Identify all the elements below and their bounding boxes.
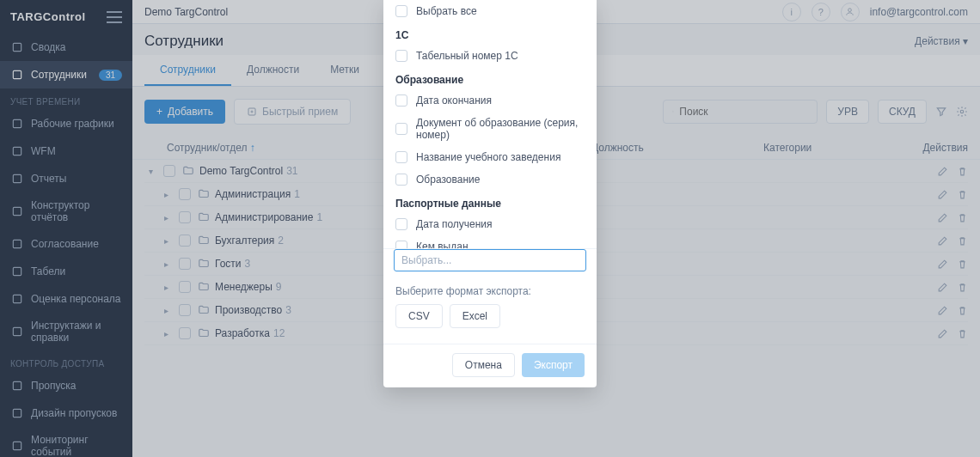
field-label: Кем выдан [416, 241, 469, 249]
field-checkbox[interactable]: Табельный номер 1С [383, 45, 597, 67]
field-group-label: 1C [383, 22, 597, 45]
select-dropdown[interactable]: Выбрать... [394, 249, 586, 271]
field-label: Табельный номер 1С [416, 50, 518, 62]
format-excel-button[interactable]: Excel [450, 304, 500, 328]
field-group-label: Паспортные данные [383, 191, 597, 213]
field-label: Дата окончания [416, 94, 492, 107]
export-modal: Выбрать все 1CТабельный номер 1СОбразова… [383, 0, 597, 387]
format-csv-button[interactable]: CSV [395, 304, 443, 328]
field-checkbox[interactable]: Дата окончания [383, 89, 597, 112]
field-checkbox[interactable]: Образование [383, 168, 597, 191]
field-label: Название учебного заведения [416, 151, 560, 163]
modal-overlay[interactable]: Выбрать все 1CТабельный номер 1СОбразова… [0, 0, 980, 457]
select-all-checkbox[interactable]: Выбрать все [383, 0, 597, 22]
field-group-label: Образование [383, 67, 597, 89]
field-checkbox[interactable]: Название учебного заведения [383, 146, 597, 168]
field-checkbox[interactable]: Дата получения [383, 213, 597, 235]
export-button[interactable]: Экспорт [522, 353, 585, 377]
field-checkbox[interactable]: Документ об образование (серия, номер) [383, 112, 597, 146]
field-checkbox[interactable]: Кем выдан [383, 235, 597, 249]
format-label: Выберите формат экспорта: [383, 278, 597, 304]
field-label: Дата получения [416, 218, 493, 230]
field-label: Документ об образование (серия, номер) [416, 117, 585, 141]
field-label: Образование [416, 174, 480, 186]
cancel-button[interactable]: Отмена [452, 353, 515, 377]
